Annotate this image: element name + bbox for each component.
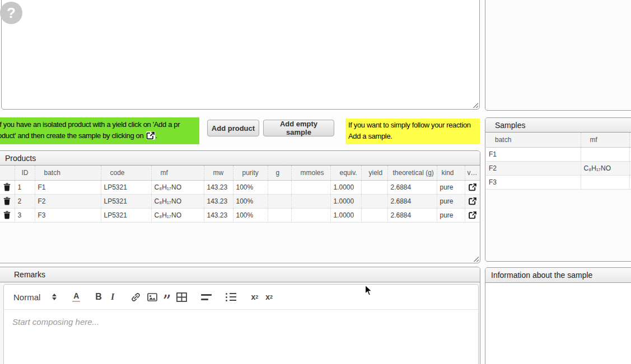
add-product-button[interactable]: Add product bbox=[207, 120, 259, 136]
link-icon[interactable] bbox=[131, 292, 141, 302]
col-mf[interactable]: mf bbox=[151, 166, 204, 180]
format-select[interactable]: Normal bbox=[13, 292, 57, 302]
cell-equiv[interactable]: 1.0000 bbox=[330, 194, 361, 208]
col-mmoles[interactable]: mmoles bbox=[291, 166, 330, 180]
delete-row-button[interactable] bbox=[0, 208, 15, 222]
open-sample-button[interactable] bbox=[465, 194, 480, 208]
add-empty-sample-button[interactable]: Add empty sample bbox=[263, 120, 334, 136]
yellow-note-line2: Add a sample. bbox=[348, 131, 477, 142]
table-icon[interactable] bbox=[176, 292, 187, 302]
cell-purity[interactable]: 100% bbox=[233, 194, 268, 208]
cell-mf[interactable] bbox=[581, 175, 629, 189]
col-v[interactable]: v… bbox=[465, 166, 480, 180]
resize-handle-icon[interactable] bbox=[472, 102, 478, 108]
samples-title: Samples bbox=[495, 121, 525, 130]
cell-batch[interactable]: F2 bbox=[486, 161, 581, 175]
mouse-cursor bbox=[364, 285, 373, 296]
cell-g[interactable] bbox=[268, 180, 291, 194]
bold-button[interactable]: B bbox=[95, 292, 102, 302]
cell-mf[interactable]: C₈H₁₇NO bbox=[151, 180, 204, 194]
cell-batch[interactable]: F3 bbox=[35, 208, 101, 222]
col-g[interactable]: g bbox=[268, 166, 291, 180]
cell-mf[interactable]: C₈H₁₇NO bbox=[151, 194, 204, 208]
cell-code[interactable]: LP5321 bbox=[101, 180, 151, 194]
yellow-instruction-note: If you want to simply follow your reacti… bbox=[345, 119, 480, 144]
cell-mf[interactable]: C₈H₁₇NO bbox=[581, 161, 629, 175]
cell-purity[interactable]: 100% bbox=[233, 180, 268, 194]
description-textarea[interactable] bbox=[1, 0, 480, 110]
cell-yield[interactable] bbox=[361, 194, 387, 208]
products-panel-header: Products bbox=[0, 151, 480, 166]
cell-mw[interactable]: 143.23 bbox=[204, 194, 233, 208]
image-icon[interactable] bbox=[147, 293, 157, 301]
cell-code[interactable]: LP5321 bbox=[101, 208, 151, 222]
editor-content[interactable]: Start composing here... bbox=[4, 310, 478, 334]
help-icon[interactable]: ? bbox=[0, 2, 22, 24]
samples-panel: Samples batch mf F1 F2 C₈H₁₇NO bbox=[485, 117, 631, 262]
col-batch[interactable]: batch bbox=[35, 166, 101, 180]
table-row: 3 F3 LP5321 C₈H₁₇NO 143.23 100% 1.0000 2… bbox=[0, 208, 480, 222]
cell-equiv[interactable]: 1.0000 bbox=[330, 180, 361, 194]
cell-mmoles[interactable] bbox=[291, 208, 330, 222]
remarks-title: Remarks bbox=[14, 270, 45, 279]
resize-handle-icon[interactable] bbox=[473, 256, 479, 262]
col-equiv[interactable]: equiv. bbox=[330, 166, 361, 180]
editor-placeholder: Start composing here... bbox=[12, 317, 99, 327]
cell-kind[interactable]: pure bbox=[437, 194, 465, 208]
cell-kind[interactable]: pure bbox=[437, 208, 465, 222]
cell-id[interactable]: 1 bbox=[15, 180, 35, 194]
cell-mmoles[interactable] bbox=[291, 194, 330, 208]
cell-kind[interactable]: pure bbox=[437, 180, 465, 194]
delete-row-button[interactable] bbox=[0, 180, 15, 194]
cell-purity[interactable]: 100% bbox=[233, 208, 268, 222]
col-delete bbox=[0, 166, 15, 180]
list-item[interactable]: F1 bbox=[486, 147, 631, 161]
col-mf[interactable]: mf bbox=[581, 133, 629, 147]
col-yield[interactable]: yield bbox=[361, 166, 387, 180]
cell-batch[interactable]: F1 bbox=[35, 180, 101, 194]
cell-g[interactable] bbox=[268, 194, 291, 208]
samples-header-row: batch mf bbox=[486, 133, 631, 147]
col-id[interactable]: ID bbox=[15, 166, 35, 180]
top-right-panel bbox=[485, 0, 631, 111]
cell-theoretical[interactable]: 2.6884 bbox=[387, 208, 437, 222]
table-row: 2 F2 LP5321 C₈H₁₇NO 143.23 100% 1.0000 2… bbox=[0, 194, 480, 208]
cell-yield[interactable] bbox=[361, 208, 387, 222]
open-sample-button[interactable] bbox=[465, 180, 480, 194]
list-item[interactable]: F3 bbox=[486, 175, 631, 189]
green-note-line2-wrap: oduct' and then create the sample by cli… bbox=[0, 130, 196, 141]
sample-info-title: Information about the sample bbox=[491, 271, 592, 280]
col-mw[interactable]: mw bbox=[204, 166, 233, 180]
list-item[interactable]: F2 C₈H₁₇NO bbox=[486, 161, 631, 175]
cell-mf[interactable] bbox=[581, 147, 629, 161]
col-purity[interactable]: purity bbox=[233, 166, 268, 180]
col-theoretical[interactable]: theoretical (g) bbox=[387, 166, 437, 180]
col-code[interactable]: code bbox=[101, 166, 151, 180]
cell-id[interactable]: 2 bbox=[15, 194, 35, 208]
superscript-button[interactable]: x2 bbox=[265, 292, 273, 301]
cell-theoretical[interactable]: 2.6884 bbox=[387, 180, 437, 194]
cell-id[interactable]: 3 bbox=[15, 208, 35, 222]
delete-row-button[interactable] bbox=[0, 194, 15, 208]
align-icon[interactable] bbox=[201, 294, 212, 300]
cell-mf[interactable]: C₈H₁₇NO bbox=[151, 208, 204, 222]
col-batch[interactable]: batch bbox=[486, 133, 581, 147]
cell-code[interactable]: LP5321 bbox=[101, 194, 151, 208]
open-sample-button[interactable] bbox=[465, 208, 480, 222]
cell-g[interactable] bbox=[268, 208, 291, 222]
cell-mw[interactable]: 143.23 bbox=[204, 180, 233, 194]
bullet-list-icon[interactable] bbox=[226, 293, 236, 301]
cell-yield[interactable] bbox=[361, 180, 387, 194]
cell-batch[interactable]: F3 bbox=[486, 175, 581, 189]
cell-mw[interactable]: 143.23 bbox=[204, 208, 233, 222]
cell-mmoles[interactable] bbox=[291, 180, 330, 194]
cell-equiv[interactable]: 1.0000 bbox=[330, 208, 361, 222]
subscript-button[interactable]: x2 bbox=[251, 292, 258, 301]
italic-button[interactable]: I bbox=[111, 292, 114, 302]
col-kind[interactable]: kind bbox=[437, 166, 465, 180]
cell-batch[interactable]: F1 bbox=[486, 147, 581, 161]
text-color-button[interactable]: A bbox=[72, 292, 80, 302]
cell-theoretical[interactable]: 2.6884 bbox=[387, 194, 437, 208]
remarks-panel: Remarks Normal A B I ” bbox=[0, 267, 480, 364]
cell-batch[interactable]: F2 bbox=[35, 194, 101, 208]
